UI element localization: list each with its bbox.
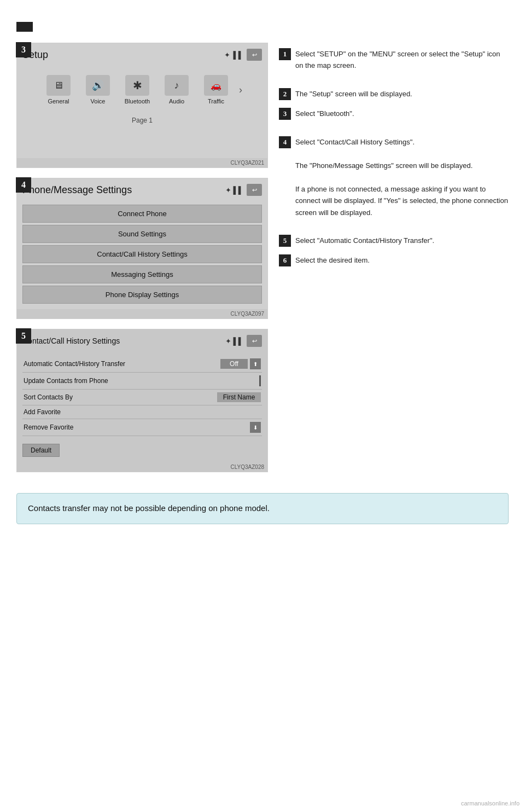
- left-col: 3 Setup ✦ ▌▌ ↩ 🖥 General: [16, 43, 268, 482]
- general-label: General: [48, 98, 69, 105]
- gap-3: [279, 226, 509, 235]
- screen-5-code: CLYQ3AZ028: [17, 462, 267, 472]
- notice-text: Contacts transfer may not be possible de…: [28, 503, 270, 513]
- notice-box: Contacts transfer may not be possible de…: [16, 493, 509, 524]
- remove-favorite-arrow[interactable]: ⬇: [250, 422, 261, 433]
- page-container: 3 Setup ✦ ▌▌ ↩ 🖥 General: [0, 0, 525, 812]
- right-block-4: 4 Select "Contact/Call History Settings"…: [279, 136, 509, 218]
- right-block-5: 5 Select "Automatic Contact/History Tran…: [279, 235, 509, 247]
- menu-item-voice[interactable]: 🔊 Voice: [81, 75, 114, 105]
- right-badge-1: 1: [279, 48, 291, 60]
- update-contacts-bar: [259, 375, 261, 386]
- screen-3-header: Setup ✦ ▌▌ ↩: [22, 49, 262, 61]
- remove-favorite-label: Remove Favorite: [24, 424, 73, 431]
- menu-item-general[interactable]: 🖥 General: [42, 75, 75, 105]
- screen-setup: Setup ✦ ▌▌ ↩ 🖥 General 🔊: [17, 43, 267, 158]
- right-block-1: 1 Select "SETUP" on the "MENU" screen or…: [279, 48, 509, 72]
- gap-2: [279, 127, 509, 136]
- update-contacts-row: Update Contacts from Phone: [22, 373, 262, 390]
- screen-3-status: ✦: [224, 51, 230, 59]
- step-badge-4: 4: [16, 177, 31, 193]
- voice-icon: 🔊: [86, 75, 110, 96]
- back-button-4[interactable]: ↩: [247, 184, 262, 196]
- remove-favorite-row: Remove Favorite ⬇: [22, 419, 262, 436]
- menu-item-bluetooth[interactable]: ✱ Bluetooth: [121, 75, 154, 105]
- right-col: 1 Select "SETUP" on the "MENU" screen or…: [279, 43, 509, 274]
- auto-transfer-arrow[interactable]: ⬆: [250, 358, 261, 369]
- right-text-4: Select "Contact/Call History Settings".T…: [295, 136, 509, 218]
- auto-transfer-label: Automatic Contact/History Transfer: [24, 360, 125, 368]
- phone-menu-list: Connect Phone Sound Settings Contact/Cal…: [22, 205, 262, 304]
- back-button-5[interactable]: ↩: [247, 335, 262, 347]
- messaging-settings-btn[interactable]: Messaging Settings: [22, 265, 262, 283]
- traffic-icon: 🚗: [204, 75, 228, 96]
- watermark: carmanualsonline.info: [461, 800, 520, 807]
- screen-3-code: CLYQ3AZ021: [17, 158, 267, 167]
- chevron-right-icon[interactable]: ›: [239, 84, 242, 96]
- right-text-3: Select "Bluetooth".: [295, 108, 509, 119]
- bluetooth-label: Bluetooth: [125, 98, 150, 105]
- back-button-3[interactable]: ↩: [247, 49, 262, 61]
- sound-settings-btn[interactable]: Sound Settings: [22, 225, 262, 243]
- general-icon: 🖥: [46, 75, 71, 96]
- right-text-5: Select "Automatic Contact/History Transf…: [295, 235, 509, 246]
- screenshot-5-block: 5 Contact/Call History Settings ✦ ▌▌ ↩ A…: [16, 329, 268, 472]
- right-badge-3: 3: [279, 108, 291, 120]
- traffic-label: Traffic: [208, 98, 224, 105]
- add-favorite-label: Add Favorite: [24, 408, 61, 416]
- screenshot-3-block: 3 Setup ✦ ▌▌ ↩ 🖥 General: [16, 43, 268, 168]
- audio-icon: ♪: [165, 75, 189, 96]
- add-favorite-row[interactable]: Add Favorite: [22, 405, 262, 419]
- screen-contact: Contact/Call History Settings ✦ ▌▌ ↩ Aut…: [17, 329, 267, 462]
- default-button[interactable]: Default: [22, 444, 60, 457]
- screen-4-code: CLYQ3AZ097: [17, 309, 267, 318]
- sort-contacts-value: First Name: [217, 392, 261, 402]
- contact-history-btn[interactable]: Contact/Call History Settings: [22, 245, 262, 263]
- screenshot-4-block: 4 Phone/Message Settings ✦ ▌▌ ↩ Connect …: [16, 178, 268, 319]
- menu-item-traffic[interactable]: 🚗 Traffic: [200, 75, 232, 105]
- auto-transfer-value: Off: [220, 359, 248, 369]
- right-block-2: 2 The "Setup" screen will be displayed.: [279, 88, 509, 100]
- right-badge-5: 5: [279, 235, 291, 247]
- screen-4-title: Phone/Message Settings: [22, 184, 132, 196]
- audio-label: Audio: [169, 98, 184, 105]
- signal-icon: ▌▌: [234, 51, 243, 59]
- phone-display-btn[interactable]: Phone Display Settings: [22, 286, 262, 304]
- sort-contacts-row: Sort Contacts By First Name: [22, 390, 262, 405]
- menu-item-audio[interactable]: ♪ Audio: [160, 75, 193, 105]
- right-text-1: Select "SETUP" on the "MENU" screen or s…: [295, 48, 509, 72]
- screen-5-header: Contact/Call History Settings ✦ ▌▌ ↩: [22, 335, 262, 347]
- bluetooth-icon: ✱: [125, 75, 149, 96]
- right-block-3: 3 Select "Bluetooth".: [279, 108, 509, 120]
- screen-4-header: Phone/Message Settings ✦ ▌▌ ↩: [22, 184, 262, 196]
- right-text-2: The "Setup" screen will be displayed.: [295, 88, 509, 100]
- screen-4-status: ✦ ▌▌: [225, 186, 243, 194]
- right-badge-4: 4: [279, 136, 291, 148]
- main-layout: 3 Setup ✦ ▌▌ ↩ 🖥 General: [16, 43, 509, 482]
- menu-icons-grid: 🖥 General 🔊 Voice ✱ Bluetooth ♪: [22, 69, 262, 110]
- step-badge-5: 5: [16, 328, 31, 344]
- screen-phone: Phone/Message Settings ✦ ▌▌ ↩ Connect Ph…: [17, 178, 267, 309]
- screen-5-title: Contact/Call History Settings: [22, 337, 120, 345]
- auto-transfer-row: Automatic Contact/History Transfer Off ⬆: [22, 356, 262, 373]
- top-bar: [16, 22, 33, 32]
- step-badge-3: 3: [16, 42, 31, 57]
- sort-contacts-label: Sort Contacts By: [24, 393, 73, 401]
- page-indicator: Page 1: [22, 117, 262, 124]
- right-block-6: 6 Select the desired item.: [279, 254, 509, 266]
- update-contacts-label: Update Contacts from Phone: [24, 377, 108, 385]
- right-text-6: Select the desired item.: [295, 254, 509, 266]
- right-badge-6: 6: [279, 254, 291, 266]
- voice-label: Voice: [91, 98, 106, 105]
- connect-phone-btn[interactable]: Connect Phone: [22, 205, 262, 223]
- right-badge-2: 2: [279, 88, 291, 100]
- screen-5-status: ✦ ▌▌: [225, 337, 243, 345]
- gap-1: [279, 79, 509, 88]
